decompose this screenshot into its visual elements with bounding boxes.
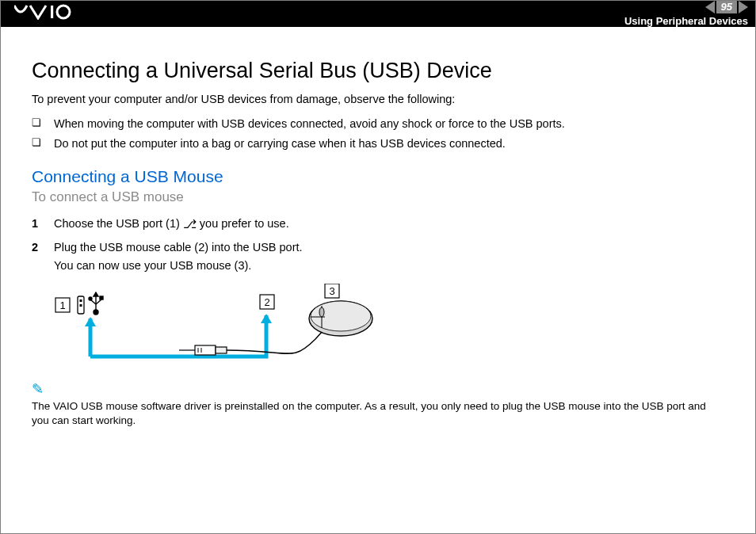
subsection-heading: Connecting a USB Mouse [32, 167, 724, 186]
section-title: Using Peripheral Devices [624, 15, 748, 27]
note-icon: ✎ [32, 381, 44, 397]
warning-list: When moving the computer with USB device… [32, 114, 724, 153]
prev-page-arrow-icon[interactable] [705, 1, 715, 13]
svg-rect-7 [80, 304, 82, 307]
step-text: Plug the USB mouse cable (2) into the US… [54, 241, 303, 254]
svg-rect-6 [80, 299, 82, 302]
svg-rect-0 [51, 6, 53, 18]
page-number: 95 [716, 0, 737, 13]
step-text: You can now use your USB mouse (3). [54, 259, 251, 272]
svg-marker-12 [94, 292, 98, 296]
svg-point-21 [311, 301, 371, 331]
list-item: When moving the computer with USB device… [32, 114, 724, 134]
list-item: Do not put the computer into a bag or ca… [32, 134, 724, 154]
svg-point-1 [57, 6, 70, 18]
usb-icon: ⎇ [183, 217, 197, 231]
svg-point-10 [89, 297, 92, 300]
page-content: Connecting a Universal Serial Bus (USB) … [0, 27, 756, 436]
procedure-heading: To connect a USB mouse [32, 189, 724, 205]
step-item: Plug the USB mouse cable (2) into the US… [32, 238, 724, 275]
next-page-arrow-icon[interactable] [739, 1, 748, 13]
intro-text: To prevent your computer and/or USB devi… [32, 91, 724, 108]
svg-point-24 [319, 307, 324, 317]
step-item: Choose the USB port (1) ⎇ you prefer to … [32, 215, 724, 234]
callout-1: 1 [59, 299, 65, 311]
vaio-logo [14, 4, 90, 23]
usb-mouse-diagram: 1 2 3 [54, 284, 724, 374]
svg-marker-14 [261, 314, 272, 323]
step-text: Choose the USB port (1) [54, 217, 183, 230]
svg-rect-11 [100, 296, 103, 299]
page-heading: Connecting a Universal Serial Bus (USB) … [32, 59, 724, 83]
note-block: ✎ The VAIO USB mouse software driver is … [32, 380, 724, 428]
svg-marker-13 [85, 317, 96, 326]
steps-list: Choose the USB port (1) ⎇ you prefer to … [32, 215, 724, 275]
step-text: you prefer to use. [197, 217, 289, 230]
callout-3: 3 [329, 285, 334, 297]
note-text: The VAIO USB mouse software driver is pr… [32, 399, 724, 428]
callout-2: 2 [264, 296, 269, 308]
header-bar: 95 Using Peripheral Devices [0, 0, 756, 27]
svg-rect-16 [216, 347, 227, 353]
